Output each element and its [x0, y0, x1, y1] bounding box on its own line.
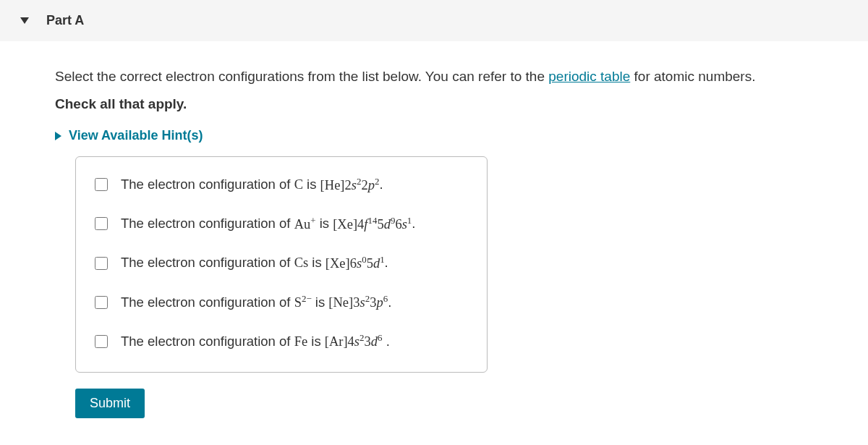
option-prefix: The electron configuration of [121, 334, 294, 349]
option-label: The electron configuration of Cs is [Xe]… [121, 253, 388, 273]
species-charge: + [310, 214, 315, 225]
species: C [294, 178, 303, 192]
is-text: is [316, 216, 333, 232]
option-prefix: The electron configuration of [121, 255, 294, 271]
option-checkbox[interactable] [95, 178, 108, 191]
orbital-exponent: 0 [362, 253, 366, 264]
option-checkbox[interactable] [95, 257, 108, 270]
periodic-table-link[interactable]: periodic table [548, 69, 630, 84]
option-suffix: . [385, 255, 388, 271]
orbital-exponent: 2 [359, 332, 364, 343]
orbital-subshell: s [354, 334, 359, 349]
question-content: Select the correct electron configuratio… [0, 41, 868, 418]
orbital-subshell: d [373, 256, 380, 271]
species: Cs [294, 256, 309, 271]
chevron-right-icon [55, 132, 61, 140]
orbital-subshell: p [368, 178, 375, 192]
orbital-subshell: s [359, 295, 365, 310]
option-checkbox[interactable] [95, 335, 108, 348]
electron-configuration: [Xe]4f145d96s1 [333, 217, 412, 232]
option-row: The electron configuration of Cs is [Xe]… [95, 253, 468, 273]
hints-label: View Available Hint(s) [69, 128, 203, 143]
option-label: The electron configuration of C is [He]2… [121, 174, 383, 195]
option-prefix: The electron configuration of [121, 177, 294, 192]
orbital-subshell: d [384, 217, 391, 232]
orbital-subshell: p [376, 295, 383, 310]
option-row: The electron configuration of Fe is [Ar]… [95, 331, 468, 352]
submit-button[interactable]: Submit [75, 389, 145, 418]
is-text: is [303, 177, 320, 192]
option-prefix: The electron configuration of [121, 294, 294, 310]
option-row: The electron configuration of C is [He]2… [95, 174, 468, 195]
option-label: The electron configuration of Au+ is [Xe… [121, 213, 415, 234]
is-text: is [308, 255, 326, 271]
option-suffix: . [388, 294, 391, 310]
option-suffix: . [383, 334, 390, 349]
prompt-suffix: for atomic numbers. [630, 69, 755, 84]
species: S2− [294, 295, 312, 310]
electron-configuration: [Ne]3s23p6 [328, 295, 388, 310]
is-text: is [307, 334, 325, 349]
species: Au+ [294, 217, 316, 232]
option-label: The electron configuration of Fe is [Ar]… [121, 331, 390, 352]
is-text: is [312, 294, 329, 310]
check-all-instruction: Check all that apply. [55, 96, 868, 112]
prompt-prefix: Select the correct electron configuratio… [55, 69, 548, 84]
orbital-exponent: 2 [365, 293, 370, 304]
species: Fe [294, 334, 308, 349]
view-hints-toggle[interactable]: View Available Hint(s) [55, 128, 868, 143]
orbital-exponent: 2 [357, 175, 361, 186]
option-checkbox[interactable] [95, 296, 108, 309]
option-label: The electron configuration of S2− is [Ne… [121, 292, 391, 313]
option-row: The electron configuration of Au+ is [Xe… [95, 213, 468, 234]
option-row: The electron configuration of S2− is [Ne… [95, 292, 468, 313]
orbital-exponent: 14 [367, 214, 377, 225]
species-charge: 2− [302, 293, 312, 304]
option-checkbox[interactable] [95, 217, 108, 230]
option-prefix: The electron configuration of [121, 216, 294, 232]
option-suffix: . [412, 216, 415, 232]
orbital-exponent: 9 [391, 214, 395, 225]
answer-options: The electron configuration of C is [He]2… [75, 156, 488, 372]
orbital-subshell: s [402, 217, 407, 232]
part-title: Part A [46, 13, 84, 28]
chevron-down-icon [20, 17, 29, 24]
part-header[interactable]: Part A [0, 0, 868, 41]
orbital-subshell: d [371, 334, 378, 349]
orbital-subshell: s [352, 178, 357, 192]
electron-configuration: [He]2s22p2 [320, 178, 380, 192]
prompt-text: Select the correct electron configuratio… [55, 66, 868, 88]
option-suffix: . [379, 177, 383, 192]
electron-configuration: [Xe]6s05d1 [326, 256, 385, 271]
electron-configuration: [Ar]4s23d6 [325, 334, 383, 349]
